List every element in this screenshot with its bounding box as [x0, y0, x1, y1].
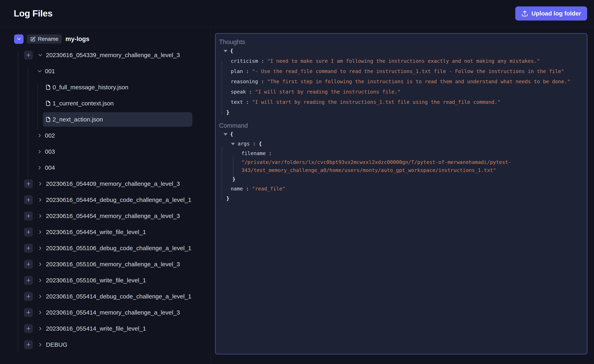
folder-label: 20230616_054339_memory_challenge_a_level… [46, 52, 180, 58]
tree-subfolder-row[interactable]: 002 [0, 128, 210, 143]
folder-label: 20230616_054454_debug_code_challenge_a_l… [46, 196, 191, 203]
json-key: reasoning [231, 79, 258, 84]
chevron-right-icon[interactable] [37, 261, 43, 267]
tree-folder-row[interactable]: 20230616_054409_memory_challenge_a_level… [0, 176, 210, 192]
tree-folder-row[interactable]: 20230616_055414_debug_code_challenge_a_l… [0, 288, 210, 305]
chevron-right-icon[interactable] [37, 310, 43, 315]
chevron-right-icon[interactable] [37, 245, 43, 251]
file-icon [45, 100, 51, 106]
tree-subfolder-row[interactable]: 001 [0, 63, 210, 79]
tree-folder-row[interactable]: 20230616_055106_write_file_level_1 [0, 272, 210, 288]
json-key: text [231, 99, 243, 105]
json-key: name [231, 186, 243, 192]
json-row [219, 129, 581, 139]
json-indent-guide [222, 62, 222, 114]
tree-folder-row[interactable]: 20230616_054454_memory_challenge_a_level… [0, 208, 210, 224]
tree-root-row: Rename my-logs [0, 31, 210, 47]
tree-folder-row[interactable]: 20230616_054339_memory_challenge_a_level… [0, 47, 210, 63]
key-value-separator [243, 68, 252, 74]
chevron-right-icon[interactable] [37, 326, 43, 332]
json-value: - Use the read_file command to read the … [252, 68, 564, 74]
chevron-right-icon[interactable] [37, 149, 42, 155]
file-label: 1_current_context.json [53, 100, 114, 107]
tree-folder-row[interactable]: 20230616_055106_memory_challenge_a_level… [0, 256, 210, 272]
chevron-right-icon[interactable] [37, 197, 43, 203]
rename-button-label: Rename [38, 36, 58, 42]
folder-label: 004 [45, 164, 55, 171]
json-key: plan [231, 68, 243, 74]
content: Rename my-logs 20230616_054339_memory_ch… [0, 27, 594, 364]
tree-folder-row[interactable]: 20230616_055414_write_file_level_1 [0, 321, 210, 337]
chevron-right-icon[interactable] [37, 342, 43, 348]
collapse-triangle-icon[interactable] [223, 133, 228, 136]
tree-file-row[interactable]: 0_full_message_history.json [0, 79, 210, 95]
key-value-separator [250, 141, 259, 147]
json-value: I need to make sure I am following the i… [267, 58, 540, 64]
add-icon[interactable] [24, 51, 33, 59]
tree-file-row-selected[interactable]: 2_next_action.json [0, 111, 210, 128]
json-row: criticismI need to make sure I am follow… [219, 56, 581, 66]
json-row: speakI will start by reading the instruc… [219, 87, 581, 97]
tree-folder-row[interactable]: 20230616_055106_debug_code_challenge_a_l… [0, 240, 210, 256]
add-icon[interactable] [24, 276, 33, 285]
chevron-right-icon[interactable] [37, 213, 43, 219]
collapse-triangle-icon[interactable] [231, 143, 235, 145]
chevron-right-icon[interactable] [37, 165, 42, 170]
tree-subfolder-row[interactable]: 004 [0, 160, 210, 176]
chevron-down-icon[interactable] [37, 52, 43, 58]
json-indent-guide [222, 146, 222, 201]
tree-file-row[interactable]: 1_current_context.json [0, 95, 210, 111]
json-row: filename [219, 149, 581, 158]
chevron-right-icon[interactable] [37, 278, 43, 283]
close-brace [226, 195, 229, 201]
rename-button[interactable]: Rename [27, 34, 62, 44]
folder-label: 001 [45, 68, 55, 75]
json-value: The first step in following the instruct… [267, 79, 570, 84]
chevron-right-icon[interactable] [37, 181, 43, 187]
tree-folder-row[interactable]: 20230616_054454_write_file_level_1 [0, 224, 210, 240]
chevron-down-icon[interactable] [37, 68, 42, 74]
folder-label: 20230616_054409_memory_challenge_a_level… [46, 180, 180, 187]
folder-label: 003 [45, 148, 55, 155]
json-key: speak [231, 89, 246, 95]
collapse-triangle-icon[interactable] [223, 50, 228, 52]
add-icon[interactable] [24, 260, 33, 269]
folder-label: 20230616_054454_memory_challenge_a_level… [46, 213, 180, 219]
root-collapse-button[interactable] [14, 34, 24, 44]
json-row: args [219, 139, 581, 149]
file-label: 0_full_message_history.json [53, 84, 128, 91]
upload-log-folder-button[interactable]: Upload log folder [515, 6, 587, 20]
key-value-separator [246, 89, 255, 95]
json-row: /private/var/folders/lx/cvc0bpt93vx2mcwx… [219, 158, 581, 174]
folder-label: 20230616_055414_debug_code_challenge_a_l… [46, 293, 191, 300]
folder-label: 20230616_055106_memory_challenge_a_level… [46, 261, 180, 268]
file-icon [45, 117, 51, 123]
add-icon[interactable] [24, 324, 33, 333]
json-row [219, 46, 581, 56]
root-folder-name: my-logs [65, 35, 89, 43]
chevron-right-icon[interactable] [37, 229, 43, 235]
chevron-right-icon[interactable] [37, 133, 42, 138]
header: Log Files Upload log folder [0, 0, 594, 27]
add-icon[interactable] [24, 292, 33, 301]
add-icon[interactable] [24, 244, 33, 253]
add-icon[interactable] [24, 308, 33, 317]
thoughts-section: Thoughts criticismI need to make sure I … [219, 39, 581, 117]
chevron-right-icon[interactable] [37, 294, 43, 299]
add-icon[interactable] [24, 228, 33, 236]
close-brace [226, 109, 229, 115]
add-icon[interactable] [24, 195, 33, 204]
tree-folder-row[interactable]: 20230616_055414_memory_challenge_a_level… [0, 305, 210, 321]
tree-subfolder-row[interactable]: 003 [0, 143, 210, 160]
open-brace [230, 48, 233, 54]
chevron-down-icon [16, 36, 21, 42]
folder-label: 20230616_054454_write_file_level_1 [46, 229, 146, 235]
key-value-separator [243, 186, 252, 192]
tree-folder-row[interactable]: 20230616_054454_debug_code_challenge_a_l… [0, 192, 210, 208]
add-icon[interactable] [24, 340, 33, 349]
key-value-separator [266, 150, 272, 156]
tree-folder-row[interactable]: DEBUG [0, 337, 210, 353]
add-icon[interactable] [24, 212, 33, 221]
key-value-separator [258, 58, 267, 64]
add-icon[interactable] [24, 179, 33, 188]
